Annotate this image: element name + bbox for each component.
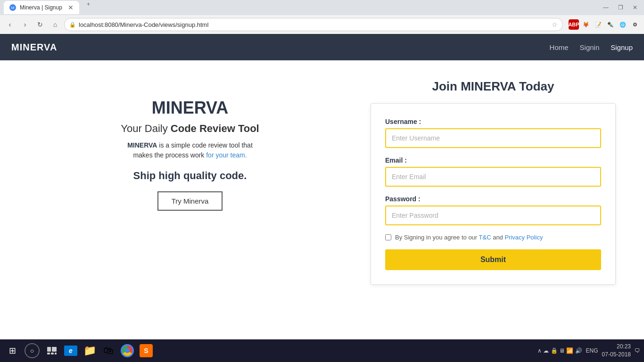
- terms-prefix: By Signing in you agree to our: [395, 234, 479, 241]
- window-maximize-button[interactable]: ❐: [615, 3, 626, 12]
- browser-extensions: ABP 🦊 📝 ✒️ 🌐 ⚙: [569, 19, 640, 30]
- tagline-strong: Code Review Tool: [171, 123, 259, 134]
- email-label: Email :: [385, 156, 601, 164]
- sublime-app[interactable]: S: [138, 342, 155, 359]
- lock-icon: 🔒: [69, 22, 76, 28]
- notification-icon[interactable]: 🗨: [635, 347, 640, 354]
- email-input[interactable]: [385, 167, 601, 187]
- taskbar-lang: ENG: [586, 347, 598, 354]
- search-button[interactable]: ○: [25, 343, 40, 358]
- taskbar: ⊞ ○ e 📁 🛍 S ∧ ☁ 🔒 🖥 📶 🔊 E: [0, 339, 644, 362]
- ie-app[interactable]: e: [62, 342, 79, 359]
- tab-close-button[interactable]: ✕: [68, 4, 74, 11]
- tagline-prefix: Your Daily: [121, 123, 171, 134]
- password-label: Password :: [385, 195, 601, 203]
- store-icon: 🛍: [103, 345, 114, 357]
- svg-rect-3: [51, 353, 54, 354]
- password-group: Password :: [385, 195, 601, 225]
- terms-privacy-link[interactable]: Privacy Policy: [504, 234, 543, 241]
- svg-rect-4: [55, 353, 57, 354]
- taskbar-time: 20:23: [602, 343, 631, 351]
- taskbar-apps: e 📁 🛍 S: [43, 342, 155, 359]
- chrome-icon: [121, 344, 134, 357]
- explorer-icon: 📁: [83, 345, 96, 357]
- address-bar[interactable]: 🔒 localhost:8080/Minerva-Code/views/sign…: [64, 18, 563, 31]
- left-subtitle: Ship high quality code.: [133, 170, 247, 182]
- tab-favicon: M: [9, 4, 16, 11]
- extension-3[interactable]: ✒️: [605, 19, 616, 30]
- extension-1[interactable]: 🦊: [581, 19, 591, 30]
- browser-titlebar: M Minerva | Signup ✕ + — ❐ ✕: [0, 0, 644, 15]
- sublime-icon: S: [140, 344, 153, 357]
- password-input[interactable]: [385, 206, 601, 225]
- nav-home-link[interactable]: Home: [550, 43, 569, 51]
- browser-chrome: M Minerva | Signup ✕ + — ❐ ✕ ‹ › ↻ ⌂ 🔒 l…: [0, 0, 644, 34]
- forward-button[interactable]: ›: [19, 18, 31, 31]
- nav-signup-link[interactable]: Signup: [611, 43, 633, 51]
- terms-tc-link[interactable]: T&C: [479, 234, 491, 241]
- taskview-button[interactable]: [43, 342, 60, 359]
- terms-between: and: [491, 234, 505, 241]
- extension-5[interactable]: ⚙: [630, 19, 640, 30]
- left-description: MINERVA is a simple code review tool tha…: [119, 140, 261, 160]
- taskbar-date: 07-05-2018: [602, 351, 631, 359]
- home-button[interactable]: ⌂: [49, 18, 61, 31]
- tab-title: Minerva | Signup: [20, 4, 62, 11]
- right-panel: Join MINERVA Today Username : Email : Pa…: [371, 79, 616, 285]
- email-group: Email :: [385, 156, 601, 187]
- taskbar-system: ∧ ☁ 🔒 🖥 📶 🔊 ENG 20:23 07-05-2018 🗨: [537, 343, 640, 359]
- ie-icon: e: [64, 346, 77, 356]
- extension-4[interactable]: 🌐: [618, 19, 628, 30]
- window-controls: — ❐ ✕: [600, 3, 640, 12]
- signup-form: Username : Email : Password : By Signing…: [371, 103, 616, 285]
- svg-rect-1: [52, 347, 57, 352]
- form-title: Join MINERVA Today: [432, 79, 554, 94]
- navbar-brand: MINERVA: [11, 42, 57, 53]
- navbar-links: Home Signin Signup: [550, 43, 633, 51]
- nav-signin-link[interactable]: Signin: [580, 43, 600, 51]
- active-tab[interactable]: M Minerva | Signup ✕: [4, 1, 79, 14]
- window-minimize-button[interactable]: —: [600, 3, 611, 12]
- svg-rect-2: [47, 353, 50, 354]
- browser-toolbar: ‹ › ↻ ⌂ 🔒 localhost:8080/Minerva-Code/vi…: [0, 15, 644, 34]
- back-button[interactable]: ‹: [4, 18, 16, 31]
- taskbar-clock: 20:23 07-05-2018: [602, 343, 631, 359]
- username-group: Username :: [385, 118, 601, 148]
- desc-brand: MINERVA: [127, 141, 157, 149]
- terms-checkbox[interactable]: [385, 234, 391, 240]
- window-close-button[interactable]: ✕: [630, 3, 640, 12]
- chrome-app[interactable]: [119, 342, 136, 359]
- extension-2[interactable]: 📝: [593, 19, 603, 30]
- desc-blue: for your team.: [206, 151, 247, 159]
- address-text: localhost:8080/Minerva-Code/views/signup…: [79, 21, 208, 28]
- username-label: Username :: [385, 118, 601, 125]
- start-button[interactable]: ⊞: [4, 342, 21, 359]
- username-input[interactable]: [385, 128, 601, 148]
- adblock-icon[interactable]: ABP: [569, 19, 579, 30]
- submit-button[interactable]: Submit: [385, 249, 601, 270]
- left-panel: MINERVA Your Daily Code Review Tool MINE…: [28, 79, 352, 211]
- terms-checkbox-group: By Signing in you agree to our T&C and P…: [385, 234, 601, 241]
- bookmark-icon[interactable]: ☆: [552, 21, 558, 28]
- taskview-icon: [47, 347, 57, 354]
- main-content: MINERVA Your Daily Code Review Tool MINE…: [0, 60, 644, 339]
- try-minerva-button[interactable]: Try Minerva: [157, 191, 223, 211]
- svg-rect-0: [47, 347, 51, 352]
- new-tab-button[interactable]: +: [81, 1, 100, 14]
- left-brand-title: MINERVA: [152, 98, 229, 118]
- refresh-button[interactable]: ↻: [34, 18, 46, 31]
- store-app[interactable]: 🛍: [100, 342, 117, 359]
- explorer-app[interactable]: 📁: [81, 342, 98, 359]
- navbar: MINERVA Home Signin Signup: [0, 34, 644, 60]
- terms-text: By Signing in you agree to our T&C and P…: [395, 234, 543, 241]
- left-tagline: Your Daily Code Review Tool: [121, 123, 259, 135]
- system-icons: ∧ ☁ 🔒 🖥 📶 🔊: [537, 347, 582, 354]
